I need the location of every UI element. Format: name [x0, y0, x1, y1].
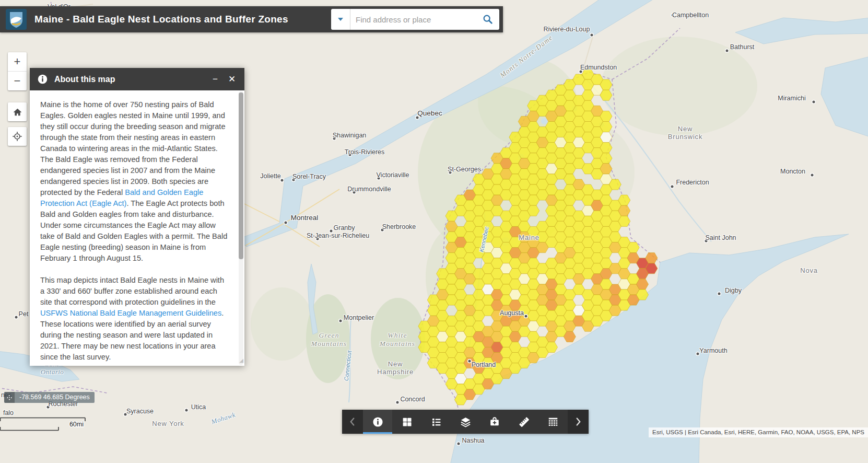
zoom-out-button[interactable]: − — [8, 71, 27, 90]
usfws-logo — [6, 9, 27, 30]
toolbar-legend-button[interactable] — [421, 410, 451, 434]
toolbar-previous-button[interactable] — [342, 410, 363, 434]
home-icon — [13, 107, 22, 117]
magnifier-icon — [482, 14, 494, 25]
add-data-bag-icon — [489, 416, 500, 427]
zoom-control: + − — [8, 52, 27, 90]
info-circle-icon — [37, 74, 48, 85]
basemap-grid-icon — [402, 416, 413, 427]
resize-handle-icon[interactable] — [239, 355, 243, 366]
locate-button[interactable] — [8, 127, 27, 146]
locate-crosshair-icon — [12, 131, 22, 142]
toolbar-basemap-gallery-button[interactable] — [392, 410, 421, 434]
map-canvas[interactable]: Val d'OrCampbelltonBathurstRiviere-du-Lo… — [0, 0, 868, 463]
home-button[interactable] — [8, 102, 27, 121]
toolbar-layer-list-button[interactable] — [451, 410, 480, 434]
info-icon — [372, 416, 384, 428]
search-widget — [331, 9, 499, 30]
minimize-button[interactable]: − — [208, 72, 222, 87]
search-input[interactable] — [350, 9, 476, 30]
about-panel: About this map − ✕ Maine is the home of … — [30, 68, 244, 366]
app-header: Maine - Bald Eagle Nest Locations and Bu… — [0, 6, 503, 32]
about-text: This map depicts intact Bald Eagle nests… — [40, 276, 224, 306]
about-text: Maine is the home of over 750 nesting pa… — [40, 100, 226, 196]
toolbar-about-button[interactable] — [363, 410, 392, 434]
legend-list-icon — [431, 416, 442, 427]
zoom-in-button[interactable]: + — [8, 52, 27, 71]
coordinates-readout: -78.569 46.685 Degrees — [15, 392, 95, 403]
about-paragraph-1: Maine is the home of over 750 nesting pa… — [40, 99, 228, 264]
chevron-right-icon — [572, 416, 584, 427]
coordinates-widget[interactable]: -78.569 46.685 Degrees — [4, 392, 95, 403]
search-source-dropdown[interactable] — [331, 9, 350, 30]
usfws-shield-icon — [6, 9, 27, 30]
chevron-left-icon — [347, 416, 358, 427]
toolbar-add-data-button[interactable] — [480, 410, 509, 434]
panel-scrollbar — [239, 91, 243, 365]
about-paragraph-2: This map depicts intact Bald Eagle nests… — [40, 275, 228, 363]
table-grid-icon — [547, 416, 559, 427]
map-attribution: Esri, USGS | Esri Canada, Esri, HERE, Ga… — [649, 427, 868, 437]
locate-control — [8, 127, 27, 146]
search-button[interactable] — [476, 9, 499, 30]
about-panel-header: About this map − ✕ — [30, 68, 244, 90]
ruler-icon — [518, 416, 530, 428]
toolbar-next-button[interactable] — [568, 410, 589, 434]
about-panel-title: About this map — [54, 75, 206, 84]
page-title: Maine - Bald Eagle Nest Locations and Bu… — [34, 14, 288, 25]
scrollbar-thumb[interactable] — [239, 92, 243, 259]
layers-icon — [460, 416, 472, 428]
about-panel-body: Maine is the home of over 750 nesting pa… — [30, 90, 244, 366]
widget-toolbar — [342, 410, 589, 434]
usfws-guidelines-link[interactable]: USFWS National Bald Eagle Management Gui… — [40, 309, 221, 317]
about-text: . The Eagle Act protects both Bald and G… — [40, 199, 227, 262]
home-control — [8, 102, 27, 121]
close-button[interactable]: ✕ — [225, 72, 239, 87]
toolbar-measurement-button[interactable] — [509, 410, 538, 434]
caret-down-icon — [338, 18, 343, 21]
coordinates-move-icon — [4, 392, 15, 403]
toolbar-attribute-table-button[interactable] — [538, 410, 568, 434]
